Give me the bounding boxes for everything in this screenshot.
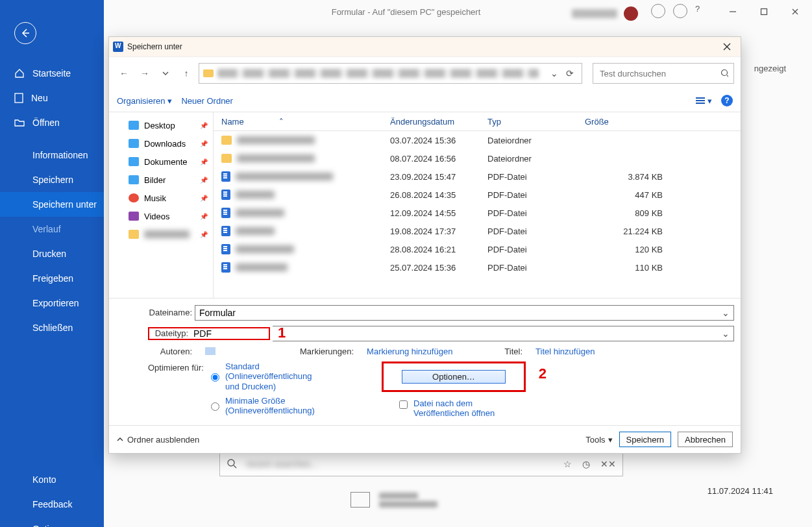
frown-icon[interactable] bbox=[673, 4, 687, 18]
tree-pictures[interactable]: Bilder📌 bbox=[109, 171, 213, 189]
window-close-button[interactable] bbox=[781, 3, 809, 21]
sidebar-options[interactable]: Optionen bbox=[0, 517, 104, 527]
search-status-bar[interactable]: recent searches… ☆ ◷ ✕✕ bbox=[219, 452, 623, 476]
optimize-label: Optimieren für: bbox=[148, 363, 192, 373]
tags-add-link[interactable]: Markierung hinzufügen bbox=[367, 347, 452, 356]
file-name-blurred bbox=[237, 154, 315, 162]
file-list-header[interactable]: Name ˄ Änderungsdatum Typ Größe bbox=[214, 112, 741, 131]
smile-icon[interactable] bbox=[651, 4, 665, 18]
nav-forward-button[interactable]: → bbox=[136, 65, 153, 82]
optimize-minimal-text: Minimale Größe (Onlineveröffentlichung) bbox=[225, 396, 319, 416]
file-rows[interactable]: 03.07.2024 15:36Dateiordner08.07.2024 16… bbox=[214, 131, 741, 276]
file-name-cell[interactable] bbox=[221, 226, 390, 236]
help-icon[interactable]: ? bbox=[695, 4, 708, 17]
col-name[interactable]: Name ˄ bbox=[221, 117, 390, 127]
file-name-cell[interactable] bbox=[221, 208, 390, 218]
tree-downloads[interactable]: Downloads📌 bbox=[109, 134, 213, 153]
nav-recent-button[interactable] bbox=[157, 65, 174, 82]
sidebar-account-label: Konto bbox=[32, 474, 56, 485]
file-row[interactable]: 08.07.2024 16:56Dateiordner bbox=[214, 149, 741, 167]
address-chevron-down-icon[interactable]: ⌄ bbox=[550, 68, 558, 79]
view-mode-button[interactable]: ▾ bbox=[696, 96, 712, 106]
refresh-button[interactable]: ⟳ bbox=[562, 68, 578, 79]
tree-videos[interactable]: Videos📌 bbox=[109, 207, 213, 225]
sidebar-print[interactable]: Drucken bbox=[0, 241, 104, 266]
new-folder-button[interactable]: Neuer Ordner bbox=[181, 96, 232, 106]
sidebar-export[interactable]: Exportieren bbox=[0, 291, 104, 315]
file-name-cell[interactable] bbox=[221, 154, 390, 163]
tree-music[interactable]: Musik📌 bbox=[109, 189, 213, 207]
file-row[interactable]: 03.07.2024 15:36Dateiordner bbox=[214, 131, 741, 149]
sidebar-history-label: Verlauf bbox=[32, 224, 61, 234]
filetype-dropdown-icon[interactable]: ⌄ bbox=[722, 328, 730, 339]
nav-up-button[interactable]: ↑ bbox=[178, 65, 195, 82]
sidebar-feedback[interactable]: Feedback bbox=[0, 492, 104, 517]
col-type[interactable]: Typ bbox=[487, 117, 585, 127]
filetype-dropdown[interactable]: ⌄ bbox=[273, 326, 734, 341]
tools-dropdown[interactable]: Tools ▾ bbox=[585, 435, 612, 445]
filetype-label: Dateityp: bbox=[151, 328, 188, 338]
folder-tree-pane[interactable]: Desktop📌 Downloads📌 Dokumente📌 Bilder📌 M… bbox=[109, 112, 214, 298]
open-after-publish[interactable]: Datei nach dem Veröffentlichen öffnen bbox=[397, 398, 511, 419]
options-button[interactable]: Optionen… bbox=[402, 370, 506, 384]
folder-icon bbox=[221, 136, 232, 145]
file-name-cell[interactable] bbox=[221, 190, 390, 200]
tools-icon[interactable]: ✕✕ bbox=[600, 459, 616, 469]
file-name-cell[interactable] bbox=[221, 244, 390, 254]
tree-desktop[interactable]: Desktop📌 bbox=[109, 116, 213, 134]
sidebar-save[interactable]: Speichern bbox=[0, 167, 104, 192]
dialog-titlebar[interactable]: Speichern unter bbox=[109, 37, 741, 57]
profile-avatar[interactable] bbox=[624, 6, 638, 21]
cancel-button[interactable]: Abbrechen bbox=[678, 432, 733, 447]
filename-value[interactable]: Formular bbox=[199, 308, 236, 318]
star-icon[interactable]: ☆ bbox=[563, 459, 572, 469]
optimize-standard-radio[interactable] bbox=[211, 363, 219, 392]
clock-icon[interactable]: ◷ bbox=[582, 459, 590, 469]
file-name-blurred bbox=[379, 493, 418, 499]
file-size: 809 KB bbox=[585, 208, 676, 218]
optimize-minimal[interactable]: Minimale Größe (Onlineveröffentlichung) bbox=[208, 396, 319, 416]
file-row[interactable]: 19.08.2024 17:37PDF-Datei21.224 KB bbox=[214, 222, 741, 240]
author-avatar[interactable] bbox=[205, 347, 215, 355]
tree-documents[interactable]: Dokumente📌 bbox=[109, 153, 213, 171]
sidebar-close[interactable]: Schließen bbox=[0, 315, 104, 340]
file-row[interactable]: 12.09.2024 14:55PDF-Datei809 KB bbox=[214, 204, 741, 222]
address-bar[interactable]: ⌄ ⟳ bbox=[199, 63, 582, 84]
filename-input-wrap[interactable]: Formular ⌄ bbox=[195, 305, 734, 321]
sidebar-new[interactable]: Neu bbox=[0, 86, 104, 110]
sidebar-open[interactable]: Öffnen bbox=[0, 110, 104, 135]
sidebar-account[interactable]: Konto bbox=[0, 467, 104, 492]
help-button[interactable]: ? bbox=[721, 95, 733, 106]
file-row[interactable]: 28.08.2024 16:21PDF-Datei120 KB bbox=[214, 240, 741, 258]
open-after-checkbox[interactable] bbox=[399, 400, 408, 409]
window-minimize-button[interactable] bbox=[719, 3, 747, 21]
col-modified[interactable]: Änderungsdatum bbox=[390, 117, 487, 127]
toggle-folders-button[interactable]: Ordner ausblenden bbox=[117, 435, 199, 445]
dialog-close-button[interactable] bbox=[717, 40, 737, 54]
search-input[interactable] bbox=[598, 68, 717, 79]
file-thumbnail[interactable] bbox=[351, 492, 370, 508]
sidebar-home[interactable]: Startseite bbox=[0, 61, 104, 86]
save-button[interactable]: Speichern bbox=[619, 432, 672, 447]
file-row[interactable]: 25.07.2024 15:36PDF-Datei110 KB bbox=[214, 258, 741, 276]
file-name-cell[interactable] bbox=[221, 136, 390, 145]
sidebar-share[interactable]: Freigeben bbox=[0, 266, 104, 291]
title-add-link[interactable]: Titel hinzufügen bbox=[535, 347, 595, 356]
tree-custom-folder[interactable]: 📌 bbox=[109, 225, 213, 243]
sidebar-saveas[interactable]: Speichern unter bbox=[0, 192, 104, 217]
sidebar-info[interactable]: Informationen bbox=[0, 143, 104, 167]
file-name-cell[interactable] bbox=[221, 262, 390, 273]
back-button[interactable] bbox=[14, 22, 36, 44]
col-size[interactable]: Größe bbox=[585, 117, 676, 127]
file-row[interactable]: 23.09.2024 15:47PDF-Datei3.874 KB bbox=[214, 167, 741, 186]
nav-back-button[interactable]: ← bbox=[116, 65, 132, 82]
search-box[interactable] bbox=[593, 63, 734, 84]
optimize-standard[interactable]: Standard (Onlineveröffentlichung und Dru… bbox=[208, 362, 319, 392]
optimize-minimal-radio[interactable] bbox=[211, 397, 219, 416]
filename-dropdown-icon[interactable]: ⌄ bbox=[722, 308, 730, 318]
organize-button[interactable]: Organisieren ▾ bbox=[117, 96, 172, 106]
window-maximize-button[interactable] bbox=[750, 3, 778, 21]
file-name-cell[interactable] bbox=[221, 171, 390, 182]
filetype-value[interactable]: PDF bbox=[191, 328, 214, 339]
file-row[interactable]: 26.08.2024 14:35PDF-Datei447 KB bbox=[214, 186, 741, 204]
